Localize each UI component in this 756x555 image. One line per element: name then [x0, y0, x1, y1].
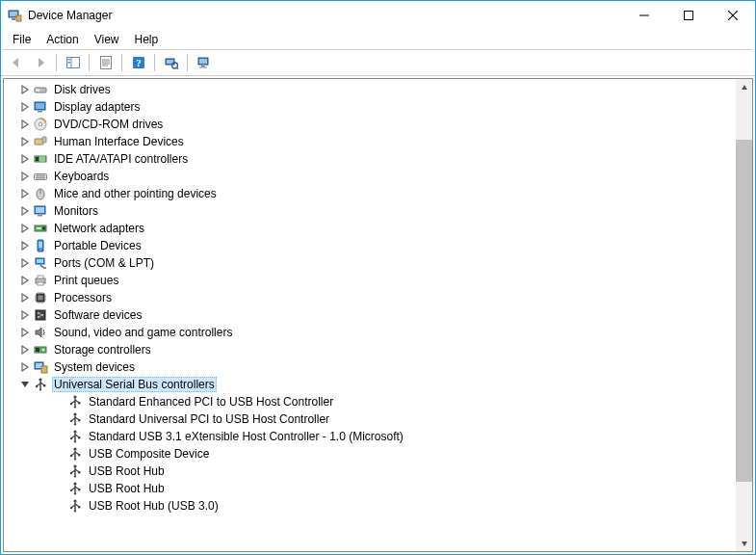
forward-button[interactable] — [29, 52, 51, 73]
expand-icon[interactable] — [17, 238, 33, 253]
tree-item-label: Display adapters — [52, 99, 142, 115]
scroll-up-button[interactable] — [736, 79, 752, 95]
expand-icon[interactable] — [17, 99, 33, 115]
tree-category[interactable]: Human Interface Devices — [4, 133, 736, 150]
svg-line-22 — [176, 67, 178, 69]
toolbar-separator — [121, 54, 122, 71]
tree-item-label: Human Interface Devices — [52, 134, 186, 149]
svg-rect-26 — [199, 67, 207, 68]
expand-icon[interactable] — [17, 186, 33, 201]
usbdev-icon — [67, 446, 83, 462]
usbdev-icon — [67, 481, 83, 496]
toolbar-separator — [187, 54, 188, 71]
expand-icon[interactable] — [17, 82, 33, 97]
tree-item-label: Storage controllers — [52, 342, 153, 357]
tree-category[interactable]: Network adapters — [4, 220, 736, 237]
svg-rect-5 — [685, 12, 693, 20]
back-button[interactable] — [5, 52, 27, 73]
maximize-button[interactable] — [666, 1, 711, 30]
tree-category[interactable]: Portable Devices — [4, 237, 736, 254]
expand-icon[interactable] — [17, 255, 33, 271]
expand-icon[interactable] — [17, 203, 33, 219]
tree-child-item[interactable]: USB Root Hub (USB 3.0) — [4, 497, 736, 515]
expand-icon[interactable] — [17, 307, 33, 323]
software-icon — [33, 307, 48, 323]
tree-category[interactable]: Software devices — [4, 306, 736, 324]
scroll-thumb[interactable] — [736, 140, 752, 483]
expand-icon[interactable] — [17, 134, 33, 149]
properties-button[interactable] — [94, 52, 117, 73]
tree-category[interactable]: Keyboards — [4, 168, 736, 185]
tree-category[interactable]: Disk drives — [4, 81, 736, 98]
svg-rect-57 — [39, 242, 42, 249]
tree-item-label: USB Root Hub — [87, 481, 167, 496]
scan-hardware-button[interactable] — [160, 52, 182, 73]
device-tree[interactable]: Disk drivesDisplay adaptersDVD/CD-ROM dr… — [4, 79, 736, 551]
tree-category[interactable]: Print queues — [4, 272, 736, 289]
svg-point-103 — [73, 412, 76, 415]
tree-category[interactable]: DVD/CD-ROM drives — [4, 116, 736, 133]
expand-icon[interactable] — [17, 273, 33, 288]
svg-rect-38 — [36, 157, 39, 161]
tree-category[interactable]: Storage controllers — [4, 341, 736, 358]
tree-category[interactable]: Sound, video and game controllers — [4, 324, 736, 341]
tree-child-item[interactable]: Standard Enhanced PCI to USB Host Contro… — [4, 393, 736, 410]
tree-child-item[interactable]: USB Composite Device — [4, 445, 736, 462]
window-title: Device Manager — [28, 9, 112, 22]
expand-icon[interactable] — [17, 342, 33, 357]
tree-category[interactable]: Universal Serial Bus controllers — [4, 376, 736, 393]
svg-point-133 — [73, 499, 76, 502]
show-hidden-button[interactable] — [193, 52, 215, 73]
svg-rect-126 — [78, 471, 80, 473]
tree-category[interactable]: Processors — [4, 289, 736, 306]
help-button[interactable]: ? — [127, 52, 149, 73]
scroll-down-button[interactable] — [736, 535, 752, 551]
usbdev-icon — [67, 498, 83, 514]
svg-rect-60 — [37, 259, 43, 263]
tree-category[interactable]: Monitors — [4, 202, 736, 220]
menu-view[interactable]: View — [87, 31, 127, 48]
tree-category[interactable]: IDE ATA/ATAPI controllers — [4, 150, 736, 168]
collapse-icon[interactable] — [17, 377, 33, 392]
vertical-scrollbar[interactable] — [736, 79, 752, 551]
svg-point-97 — [73, 395, 76, 398]
tree-item-label: Universal Serial Bus controllers — [52, 377, 217, 392]
keyboard-icon — [33, 169, 48, 184]
expand-icon[interactable] — [17, 169, 33, 184]
menu-file[interactable]: File — [5, 31, 39, 48]
close-button[interactable] — [711, 1, 755, 30]
menu-action[interactable]: Action — [39, 31, 86, 48]
tree-item-label: Processors — [52, 290, 114, 305]
minimize-button[interactable] — [622, 1, 666, 30]
expand-icon[interactable] — [17, 151, 33, 167]
svg-rect-54 — [37, 227, 41, 229]
svg-rect-3 — [16, 15, 21, 21]
svg-rect-86 — [36, 348, 39, 352]
scroll-track[interactable] — [736, 95, 752, 535]
system-icon — [33, 359, 48, 375]
tree-category[interactable]: Display adapters — [4, 98, 736, 116]
port-icon — [33, 255, 48, 271]
title-bar[interactable]: Device Manager — [1, 1, 755, 30]
svg-rect-61 — [43, 267, 46, 269]
console-tree-button[interactable] — [62, 52, 84, 73]
expand-icon[interactable] — [17, 221, 33, 236]
expand-icon[interactable] — [17, 325, 33, 340]
tree-category[interactable]: System devices — [4, 358, 736, 376]
usb-icon — [33, 377, 48, 392]
expand-icon[interactable] — [17, 359, 33, 375]
tree-category[interactable]: Mice and other pointing devices — [4, 185, 736, 202]
tree-child-item[interactable]: Standard USB 3.1 eXtensible Host Control… — [4, 428, 736, 445]
svg-rect-114 — [78, 436, 80, 438]
svg-point-100 — [70, 403, 72, 405]
tree-category[interactable]: Ports (COM & LPT) — [4, 254, 736, 272]
tree-item-label: Print queues — [52, 273, 120, 288]
expand-icon[interactable] — [17, 290, 33, 305]
expand-icon[interactable] — [17, 117, 33, 132]
tree-child-item[interactable]: Standard Universal PCI to USB Host Contr… — [4, 410, 736, 428]
tree-child-item[interactable]: USB Root Hub — [4, 480, 736, 497]
tree-child-item[interactable]: USB Root Hub — [4, 462, 736, 480]
svg-rect-96 — [43, 384, 45, 386]
menu-help[interactable]: Help — [127, 31, 167, 48]
menu-bar: File Action View Help — [1, 30, 755, 49]
